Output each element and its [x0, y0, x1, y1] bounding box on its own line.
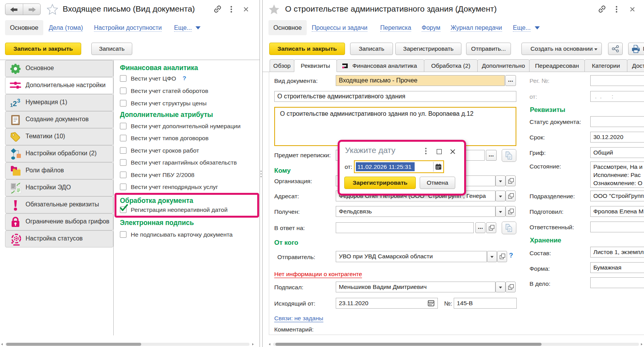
svg-text:2: 2: [13, 100, 17, 108]
svg-text:3: 3: [17, 97, 20, 104]
